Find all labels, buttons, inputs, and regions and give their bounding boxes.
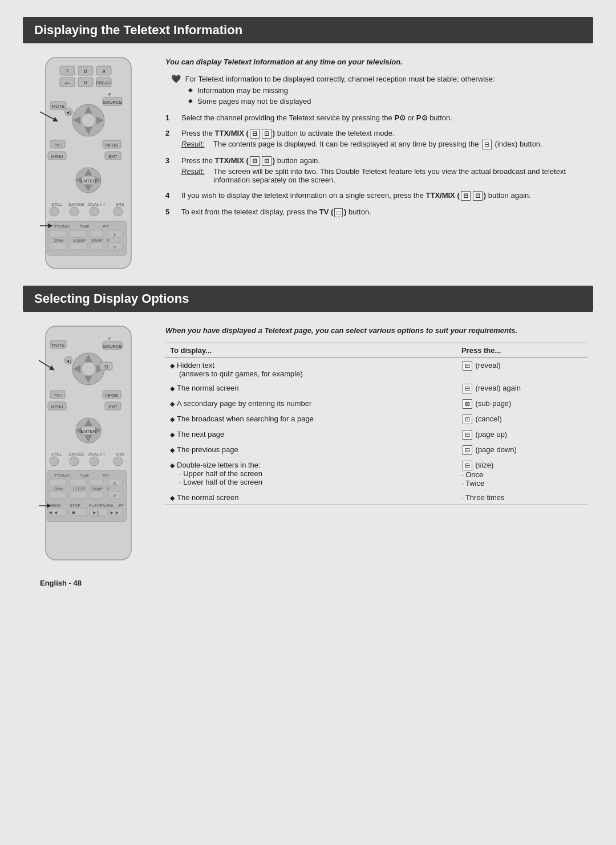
svg-text:∧: ∧: [113, 481, 116, 486]
svg-text:DNIe: DNIe: [54, 238, 63, 242]
step-4: 4 If you wish to display the teletext in…: [165, 191, 587, 201]
svg-rect-62: [49, 243, 66, 250]
svg-text:►||: ►||: [92, 510, 100, 515]
footer-lang: English - 48: [40, 579, 82, 587]
svg-text:SOURCE: SOURCE: [103, 100, 122, 105]
svg-text:►►: ►►: [110, 510, 120, 515]
step-1-body: Select the channel providing the Teletex…: [181, 113, 587, 122]
section2-header: Selecting Display Options: [23, 286, 593, 312]
table-row: ◆Double-size letters in the: · Upper hal…: [165, 458, 587, 490]
step-4-num: 4: [165, 191, 176, 201]
page: Displaying the Teletext Information 7 8 …: [0, 0, 616, 845]
remote-svg-2: P SOURCE MUTE ◄) ⊟: [34, 323, 143, 563]
svg-text:STOP: STOP: [70, 503, 80, 507]
svg-point-45: [50, 207, 59, 216]
svg-text:MUTE: MUTE: [52, 104, 65, 109]
section1-note: 🖤 For Teletext information to be display…: [171, 74, 587, 105]
svg-text:PLAY/PAUSE: PLAY/PAUSE: [89, 503, 114, 507]
table-row: ◆The normal screen · Three times: [165, 490, 587, 505]
table-row: ◆Hidden text (answers to quiz games, for…: [165, 358, 587, 381]
footer: English - 48: [23, 574, 593, 592]
svg-text:TTX/MIX: TTX/MIX: [54, 474, 70, 478]
col-header-press: Press the...: [457, 343, 587, 358]
step-4-body: If you wish to display the teletext info…: [181, 191, 587, 201]
note-bullet-1: Information may be missing: [188, 86, 587, 95]
table-cell-display: ◆The previous page: [165, 442, 457, 458]
table-cell-press: ⊟ (reveal) again: [457, 381, 587, 396]
svg-text:TTX/MIX: TTX/MIX: [54, 225, 70, 229]
svg-rect-53: [49, 230, 66, 237]
table-cell-display: ◆Hidden text (answers to quiz games, for…: [165, 358, 457, 381]
svg-text:MENU: MENU: [51, 155, 63, 159]
svg-text:9: 9: [102, 68, 105, 74]
svg-text:SLEEP: SLEEP: [73, 487, 86, 491]
step-3-body: Press the TTX/MIX (⊟⊡) button again. Res…: [181, 156, 587, 184]
svg-point-80: [82, 362, 95, 376]
svg-rect-55: [90, 230, 103, 237]
svg-text:STILL: STILL: [51, 452, 62, 456]
table-row: ◆The normal screen ⊟ (reveal) again: [165, 381, 587, 396]
svg-text:INFO⊟: INFO⊟: [106, 393, 119, 397]
table-cell-press: ⊟ (reveal): [457, 358, 587, 381]
svg-text:DUAL I-II: DUAL I-II: [88, 202, 105, 206]
svg-point-47: [90, 207, 99, 216]
step-5-body: To exit from the teletext display, press…: [181, 208, 587, 217]
svg-text:EXIT: EXIT: [108, 405, 117, 409]
remote-image-1: 7 8 9 -/-- 0 PRE-CH P SOURCE: [29, 55, 148, 271]
step-1: 1 Select the channel providing the Telet…: [165, 113, 587, 122]
svg-text:8: 8: [84, 68, 87, 74]
svg-text:S.MODE: S.MODE: [68, 452, 84, 456]
svg-point-48: [114, 207, 123, 216]
svg-text:MENU: MENU: [51, 405, 63, 409]
step-2-result-text: The contents page is displayed. It can b…: [213, 140, 542, 149]
svg-text:TV□: TV□: [54, 143, 62, 147]
remote-image-2: P SOURCE MUTE ◄) ⊟: [29, 323, 148, 563]
svg-text:SLEEP: SLEEP: [73, 238, 86, 242]
svg-text:MUTE: MUTE: [52, 343, 65, 348]
svg-text:P: P: [108, 336, 111, 342]
svg-rect-123: [90, 491, 103, 498]
table-cell-press: ⊟ (page down): [457, 442, 587, 458]
table-row: ◆The previous page ⊟ (page down): [165, 442, 587, 458]
table-row: ◆The broadcast when searching for a page…: [165, 412, 587, 427]
step-3-result-text: The screen will be split into two. This …: [213, 167, 587, 184]
section-display-options: Selecting Display Options P SOURCE MUTE: [23, 286, 593, 563]
step-3-result: Result: The screen will be split into tw…: [181, 167, 587, 184]
svg-text:DNIe: DNIe: [54, 487, 63, 491]
section1-steps: 1 Select the channel providing the Telet…: [165, 113, 587, 217]
step-2-body: Press the TTX/MIX (⊟⊡) button to activat…: [181, 129, 587, 149]
svg-text:SRS: SRS: [116, 202, 124, 206]
svg-text:FF: FF: [119, 503, 124, 507]
table-cell-display: ◆A secondary page by entering its number: [165, 396, 457, 412]
svg-text:REW: REW: [51, 503, 61, 507]
section1-intro: You can display Teletext information at …: [165, 58, 587, 66]
svg-text:⊟: ⊟: [104, 364, 108, 369]
svg-text:TV□: TV□: [54, 393, 62, 397]
step-2: 2 Press the TTX/MIX (⊟⊡) button to activ…: [165, 129, 587, 149]
step-5-num: 5: [165, 208, 176, 217]
step-2-num: 2: [165, 129, 176, 149]
table-cell-display: ◆The normal screen: [165, 381, 457, 396]
svg-text:P: P: [107, 238, 110, 242]
table-cell-display: ◆The next page: [165, 427, 457, 442]
table-cell-display: ◆Double-size letters in the: · Upper hal…: [165, 458, 457, 490]
svg-text:∨: ∨: [113, 493, 116, 498]
step-2-result: Result: The contents page is displayed. …: [181, 140, 587, 149]
svg-text:INFO⊟: INFO⊟: [106, 143, 119, 147]
svg-text:P: P: [107, 487, 110, 491]
table-cell-display: ◆The normal screen: [165, 490, 457, 505]
svg-text:SWAP: SWAP: [91, 487, 103, 491]
svg-text:PIP: PIP: [103, 474, 110, 478]
table-cell-press: · Three times: [457, 490, 587, 505]
section-teletext: Displaying the Teletext Information 7 8 …: [23, 17, 593, 271]
svg-text:◄◄: ◄◄: [48, 510, 58, 515]
svg-text:◄): ◄): [66, 110, 72, 115]
svg-text:SRS: SRS: [116, 452, 124, 456]
svg-rect-122: [70, 491, 87, 498]
svg-rect-114: [90, 479, 103, 486]
section1-content: 7 8 9 -/-- 0 PRE-CH P SOURCE: [23, 55, 593, 271]
svg-text:SOURCE: SOURCE: [103, 344, 122, 349]
svg-rect-63: [70, 243, 87, 250]
svg-text:∧: ∧: [113, 232, 116, 237]
section2-text: When you have displayed a Teletext page,…: [165, 323, 587, 563]
